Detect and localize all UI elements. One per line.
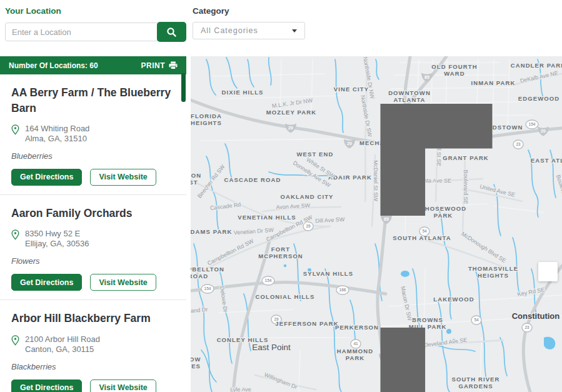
map-label: JEFFERSON PARK — [275, 320, 338, 327]
map-label: AUDUBONFOREST — [191, 172, 201, 186]
location-card: Arbor Hill Blackberry Farm 2100 Arbor Hi… — [0, 300, 186, 392]
print-label: PRINT — [141, 61, 166, 70]
location-list[interactable]: AA Berry Farm / The Blueberry Barn 164 W… — [0, 74, 186, 392]
get-directions-button[interactable]: Get Directions — [11, 274, 82, 291]
category-label: Category — [193, 6, 305, 16]
map-label: DIXIE HILLS — [222, 89, 264, 96]
map-label: MEADOWESTATES — [191, 356, 201, 369]
results-header: Number Of Locations: 60 PRINT — [0, 56, 186, 74]
fullscreen-icon — [363, 104, 562, 392]
map-label: MOZLEY PARK — [266, 109, 316, 116]
map-label: ADAMS PARK — [191, 228, 232, 235]
map-label: CAMPBELLTONROAD — [191, 266, 224, 279]
map-label: INMAN PARK — [471, 79, 516, 86]
printer-icon — [169, 61, 178, 69]
map-label: M.L.K. Jr Dr NW — [271, 97, 313, 109]
us-route-shield-icon: 166 — [336, 286, 349, 294]
map-label: Venetian Dr SW — [234, 227, 274, 236]
category-value: All Categories — [201, 26, 258, 35]
map-label: WEST END — [297, 151, 334, 158]
map[interactable]: 8585852020207515423295415415416629542341… — [191, 56, 562, 392]
map-label: CONLEY HILLS — [217, 336, 269, 343]
map-label: Dill Ave SW — [315, 216, 345, 224]
location-card: AA Berry Farm / The Blueberry Barn 164 W… — [0, 74, 186, 195]
map-label: VINE CITY — [334, 86, 369, 93]
us-route-shield-icon: 154 — [201, 284, 214, 293]
map-label: CANDLER PARK — [511, 62, 562, 69]
search-icon — [166, 27, 177, 38]
location-name: Arbor Hill Blackberry Farm — [11, 311, 175, 326]
location-address-line1: 8350 Hwy 52 E — [25, 229, 89, 239]
location-category: Blackberries — [11, 362, 175, 371]
map-label: DeKalb Ave NE — [519, 70, 559, 84]
svg-text:154: 154 — [265, 278, 272, 283]
interstate-shield-icon: 85 — [421, 73, 433, 83]
scrollbar-thumb[interactable] — [181, 73, 186, 102]
map-label: Northside Dr NW — [362, 56, 376, 99]
location-address-line1: 164 Whiting Road — [25, 124, 89, 134]
map-label: Avon Ave SW — [276, 203, 311, 211]
map-label: FORTMCPHERSON — [258, 246, 303, 259]
map-pin-icon — [11, 229, 19, 249]
chevron-down-icon — [292, 29, 297, 33]
location-address: 164 Whiting Road Alma, GA, 31510 — [11, 124, 175, 144]
get-directions-button[interactable]: Get Directions — [11, 379, 82, 392]
svg-text:166: 166 — [339, 288, 346, 292]
map-label: VENETIAN HILLS — [238, 214, 296, 221]
map-label: EDGEWOOD — [518, 95, 559, 102]
location-address-line2: Canton, GA, 30115 — [25, 344, 100, 354]
location-category: Flowers — [11, 256, 175, 266]
search-button[interactable] — [157, 22, 186, 42]
map-label: Delowe Dr — [219, 286, 229, 313]
location-name: Aaron Family Orchards — [11, 206, 175, 221]
print-button[interactable]: PRINT — [141, 61, 178, 70]
map-label: SYLVAN HILLS — [303, 270, 353, 277]
visit-website-button[interactable]: Visit Website — [90, 274, 156, 291]
store-locator-app: Your Location Category All Categories Nu… — [0, 0, 562, 392]
map-pin-icon — [11, 124, 19, 144]
location-address-line2: Alma, GA, 31510 — [25, 134, 89, 144]
map-label: Willingham Dr — [263, 371, 298, 390]
category-select[interactable]: All Categories — [193, 22, 305, 39]
svg-text:154: 154 — [204, 286, 211, 291]
visit-website-button[interactable]: Visit Website — [90, 379, 156, 392]
map-label: DOWNTOWNATLANTA — [388, 89, 431, 103]
location-input[interactable] — [5, 23, 159, 41]
svg-text:29: 29 — [306, 224, 311, 228]
map-label: Lyle Ave — [230, 386, 251, 392]
location-address-line2: Ellijay, GA, 30536 — [25, 239, 89, 249]
map-label: Cascade Rd — [209, 201, 241, 211]
your-location-label: Your Location — [5, 6, 186, 16]
location-address: 8350 Hwy 52 E Ellijay, GA, 30536 — [11, 229, 175, 249]
svg-text:85: 85 — [424, 75, 429, 79]
location-address-line1: 2100 Arbor Hill Road — [25, 334, 100, 344]
map-label: East Point — [252, 343, 291, 352]
svg-text:20: 20 — [288, 126, 293, 130]
map-pin-icon — [11, 334, 19, 354]
interstate-shield-icon: 20 — [344, 139, 355, 149]
get-directions-button[interactable]: Get Directions — [11, 169, 82, 186]
svg-text:41: 41 — [353, 341, 358, 346]
map-label: Campbellton Rd SW — [206, 238, 255, 266]
location-category: Blueberries — [11, 151, 175, 161]
category-filter: Category All Categories — [193, 6, 305, 39]
map-label: OAKLAND CITY — [281, 193, 334, 200]
map-label: COLONIAL HILLS — [256, 293, 315, 300]
location-address: 2100 Arbor Hill Road Canton, GA, 30115 — [11, 334, 175, 354]
us-route-shield-icon: 154 — [262, 276, 274, 285]
us-route-shield-icon: 41 — [351, 339, 361, 348]
map-label: Beecher Rd SW — [196, 163, 226, 199]
results-panel: Number Of Locations: 60 PRINT AA Berry F… — [0, 56, 186, 392]
location-card: Aaron Family Orchards 8350 Hwy 52 E Elli… — [0, 195, 186, 300]
fullscreen-button[interactable] — [538, 262, 558, 281]
interstate-shield-icon: 20 — [285, 124, 296, 133]
locations-count: Number Of Locations: 60 — [9, 61, 98, 70]
map-label: land Dr — [191, 306, 208, 314]
location-name: AA Berry Farm / The Blueberry Barn — [11, 85, 175, 116]
map-label: FLORIDAHEIGHTS — [191, 113, 222, 126]
visit-website-button[interactable]: Visit Website — [90, 169, 156, 186]
map-label: CASCADE ROAD — [224, 176, 281, 183]
location-filter: Your Location — [5, 6, 186, 42]
svg-text:20: 20 — [347, 141, 352, 146]
